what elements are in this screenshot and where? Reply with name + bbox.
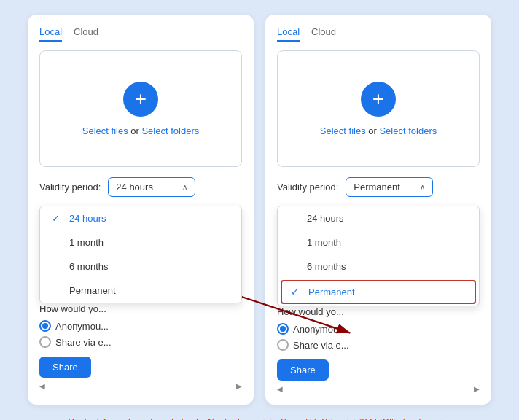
left-radio-label-share: Share via e... bbox=[55, 337, 112, 348]
right-dropzone[interactable]: + Select files or Select folders bbox=[277, 50, 480, 167]
left-dropdown-item-24h[interactable]: ✓ 24 hours bbox=[40, 206, 241, 230]
left-panel: Local Cloud + Select files or Select fol… bbox=[28, 15, 254, 405]
right-tabs: Local Cloud bbox=[277, 26, 480, 42]
right-plus-icon[interactable]: + bbox=[361, 82, 396, 117]
left-select-links: Select files or Select folders bbox=[82, 125, 199, 136]
right-how-label: How would yo... bbox=[277, 306, 480, 317]
right-dropdown-menu: 24 hours 1 month 6 months ✓ Permanent bbox=[277, 206, 480, 306]
right-select-folders-link[interactable]: Select folders bbox=[379, 125, 437, 136]
right-validity-dropdown[interactable]: Permanent ∧ bbox=[346, 177, 433, 197]
right-dropdown-item-6months[interactable]: 6 months bbox=[278, 254, 479, 279]
left-dropdown-label-6months: 6 months bbox=[69, 261, 108, 272]
right-radio-dot-anonymous bbox=[277, 323, 289, 335]
bottom-instruction: Paylaştığınız dosyaların kalıcı bağlantı… bbox=[68, 415, 450, 420]
right-share-button[interactable]: Share bbox=[277, 359, 329, 381]
right-check-icon-empty bbox=[289, 213, 301, 224]
left-tab-local[interactable]: Local bbox=[39, 26, 62, 42]
left-share-button[interactable]: Share bbox=[39, 357, 91, 378]
right-scroll-right-icon[interactable]: ▶ bbox=[474, 385, 480, 393]
right-select-links: Select files or Select folders bbox=[320, 125, 437, 136]
left-scroll-right-icon[interactable]: ▶ bbox=[236, 382, 242, 390]
left-scroll-left-icon[interactable]: ◀ bbox=[39, 382, 45, 390]
left-check-icon: ✓ bbox=[52, 213, 63, 224]
left-tab-cloud[interactable]: Cloud bbox=[74, 26, 98, 42]
left-dropzone[interactable]: + Select files or Select folders bbox=[39, 50, 242, 167]
left-validity-selected: 24 hours bbox=[116, 182, 153, 192]
right-dropdown-label-permanent: Permanent bbox=[308, 287, 355, 298]
right-radio-group: Anonymou... Share via e... bbox=[277, 323, 480, 351]
right-tab-local[interactable]: Local bbox=[277, 26, 300, 42]
left-select-files-link[interactable]: Select files bbox=[82, 125, 128, 136]
left-how-label: How would yo... bbox=[39, 303, 242, 314]
left-dropdown-item-1month[interactable]: 1 month bbox=[40, 230, 241, 254]
left-validity-dropdown[interactable]: 24 hours ∧ bbox=[108, 177, 195, 197]
right-radio-label-anonymous: Anonymou... bbox=[293, 324, 346, 335]
right-chevron-up-icon: ∧ bbox=[420, 183, 425, 191]
left-or-label: or bbox=[128, 125, 142, 136]
right-tab-cloud[interactable]: Cloud bbox=[311, 26, 336, 42]
left-dropdown-menu: ✓ 24 hours 1 month 6 months Permanent bbox=[39, 206, 242, 303]
left-dropdown-item-permanent[interactable]: Permanent bbox=[40, 279, 241, 303]
right-radio-share[interactable]: Share via e... bbox=[277, 339, 480, 351]
right-select-files-link[interactable]: Select files bbox=[320, 125, 366, 136]
left-radio-dot-share bbox=[39, 336, 51, 348]
right-dropdown-item-1month[interactable]: 1 month bbox=[278, 230, 479, 254]
right-check-icon-empty3 bbox=[289, 261, 301, 272]
right-radio-dot-share bbox=[277, 339, 289, 351]
right-dropdown-label-6months: 6 months bbox=[307, 261, 346, 272]
left-radio-label-anonymous: Anonymou... bbox=[55, 321, 109, 332]
right-panel: Local Cloud + Select files or Select fol… bbox=[265, 15, 491, 405]
left-dropdown-label-1month: 1 month bbox=[69, 237, 104, 248]
left-dropdown-label-24h: 24 hours bbox=[69, 213, 106, 224]
left-radio-anonymous[interactable]: Anonymou... bbox=[39, 320, 242, 332]
left-check-icon-empty bbox=[52, 237, 63, 248]
left-select-folders-link[interactable]: Select folders bbox=[141, 125, 199, 136]
right-radio-anonymous[interactable]: Anonymou... bbox=[277, 323, 480, 335]
right-dropdown-item-permanent[interactable]: ✓ Permanent bbox=[281, 280, 476, 304]
right-scroll-left-icon[interactable]: ◀ bbox=[277, 385, 283, 393]
right-dropdown-item-24h[interactable]: 24 hours bbox=[278, 206, 479, 230]
right-radio-label-share: Share via e... bbox=[293, 340, 349, 351]
left-dropdown-item-6months[interactable]: 6 months bbox=[40, 254, 241, 279]
left-validity-row: Validity period: 24 hours ∧ bbox=[39, 177, 242, 197]
right-dropdown-label-24h: 24 hours bbox=[307, 213, 344, 224]
right-check-icon-permanent: ✓ bbox=[291, 287, 303, 298]
left-radio-dot-anonymous bbox=[39, 320, 51, 332]
right-validity-selected: Permanent bbox=[354, 182, 400, 192]
right-validity-label: Validity period: bbox=[277, 182, 338, 192]
left-check-icon-empty3 bbox=[52, 285, 63, 296]
left-radio-group: Anonymou... Share via e... bbox=[39, 320, 242, 348]
left-tabs: Local Cloud bbox=[39, 26, 242, 42]
left-radio-share[interactable]: Share via e... bbox=[39, 336, 242, 348]
right-validity-row: Validity period: Permanent ∧ bbox=[277, 177, 480, 197]
right-dropdown-label-1month: 1 month bbox=[307, 237, 341, 248]
right-or-label: or bbox=[366, 125, 380, 136]
left-plus-icon[interactable]: + bbox=[123, 82, 158, 117]
left-dropdown-label-permanent: Permanent bbox=[69, 285, 116, 296]
left-chevron-up-icon: ∧ bbox=[182, 183, 187, 191]
left-validity-label: Validity period: bbox=[39, 182, 101, 192]
left-check-icon-empty2 bbox=[52, 261, 63, 272]
right-check-icon-empty2 bbox=[289, 237, 301, 248]
